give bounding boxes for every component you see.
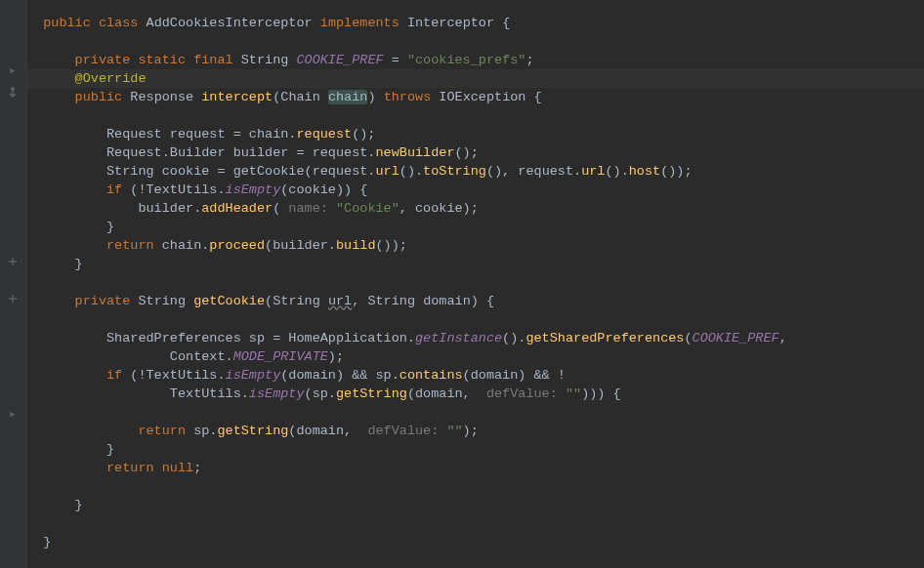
svg-point-0 [11, 87, 15, 91]
code-line[interactable] [27, 514, 924, 533]
code-text: , cookie); [399, 201, 479, 216]
code-line[interactable]: public class AddCookiesInterceptor imple… [27, 14, 924, 32]
brace: } [75, 498, 83, 512]
code-line[interactable] [27, 477, 924, 496]
code-line[interactable]: } [27, 255, 924, 273]
method-call: getSharedPreferences [525, 331, 684, 345]
gutter-marker-icon[interactable]: ▶ [6, 64, 20, 78]
keyword: throws [384, 90, 432, 104]
param-hint: name: [280, 201, 336, 216]
code-line[interactable]: builder.addHeader( name: "Cookie", cooki… [27, 199, 924, 218]
code-text: (!TextUtils. [122, 368, 225, 383]
class-name: AddCookiesInterceptor [147, 16, 313, 30]
code-line[interactable]: } [27, 218, 924, 236]
code-line[interactable]: private String getCookie(String url, Str… [27, 292, 924, 310]
type-ref: Interceptor [407, 16, 494, 30]
variable: builder [233, 145, 289, 160]
code-line[interactable]: return chain.proceed(builder.build()); [27, 236, 924, 255]
type-ref: String [273, 294, 320, 308]
code-text: (); [352, 127, 375, 142]
code-line[interactable]: if (!TextUtils.isEmpty(cookie)) { [27, 181, 924, 199]
op: = [384, 53, 407, 67]
method-call: contains [399, 368, 463, 383]
annotation: @Override [75, 71, 147, 86]
code-text: (!TextUtils. [122, 183, 225, 197]
paren: ) [367, 90, 375, 104]
keyword: if [106, 183, 122, 197]
gutter-fold-icon[interactable] [6, 292, 20, 305]
string-literal: "" [446, 424, 462, 438]
code-text: ); [463, 424, 479, 438]
string-literal: "" [566, 386, 581, 401]
keyword: return null [106, 461, 193, 475]
gutter-fold-icon[interactable] [6, 255, 20, 268]
code-line[interactable]: TextUtils.isEmpty(sp.getString(domain, d… [27, 385, 924, 403]
code-line[interactable] [27, 106, 924, 125]
gutter-marker-icon[interactable]: ▶ [6, 408, 20, 422]
code-text: , [779, 331, 787, 345]
code-line[interactable]: Request.Builder builder = request.newBui… [27, 143, 924, 162]
brace: } [75, 257, 83, 271]
code-line[interactable]: Request request = chain.request(); [27, 125, 924, 143]
code-line[interactable]: } [27, 496, 924, 514]
code-line[interactable] [27, 403, 924, 422]
field-ref: MODE_PRIVATE [233, 349, 328, 364]
code-text: String [106, 164, 162, 179]
code-editor[interactable]: public class AddCookiesInterceptor imple… [27, 0, 924, 551]
code-text: SharedPreferences [106, 331, 249, 345]
brace: { [525, 90, 541, 104]
code-line[interactable]: String cookie = getCookie(request.url().… [27, 162, 924, 181]
editor-gutter: ▶ ▶ [0, 0, 27, 568]
param-hint: defValue: [359, 424, 446, 438]
code-text: (); [455, 145, 479, 160]
code-text: (builder. [265, 238, 336, 253]
code-line[interactable]: } [27, 440, 924, 459]
semi: ; [193, 461, 201, 475]
keyword: return [106, 238, 154, 253]
code-line[interactable]: return sp.getString(domain, defValue: ""… [27, 422, 924, 440]
method-call: host [629, 164, 660, 179]
keyword: class [99, 16, 139, 30]
code-line[interactable]: } [27, 533, 924, 551]
code-text: = getCookie(request. [209, 164, 375, 179]
code-line[interactable]: private static final String COOKIE_PREF … [27, 51, 924, 69]
gutter-impl-icon[interactable] [6, 85, 20, 99]
code-text: = request. [288, 145, 375, 160]
code-line[interactable]: return null; [27, 459, 924, 477]
code-line[interactable] [27, 273, 924, 292]
string-literal: "cookies_prefs" [407, 53, 526, 67]
comma: , [352, 294, 367, 308]
method-name: intercept [201, 90, 273, 104]
method-name: getCookie [193, 294, 265, 308]
code-text: chain. [154, 238, 210, 253]
field-ref: COOKIE_PREF [693, 331, 779, 345]
method-call: proceed [209, 238, 265, 253]
brace: } [43, 535, 51, 549]
variable: sp [249, 331, 265, 345]
brace: { [494, 16, 510, 30]
code-line[interactable]: @Override [27, 69, 924, 88]
keyword: implements [320, 16, 399, 30]
code-text: ); [328, 349, 344, 364]
code-text: Context. [170, 349, 233, 364]
code-line[interactable] [27, 32, 924, 51]
method-call: getString [336, 386, 407, 401]
code-text: (domain) && sp. [280, 368, 399, 383]
code-text: (domain, [407, 386, 479, 401]
code-line[interactable]: if (!TextUtils.isEmpty(domain) && sp.con… [27, 366, 924, 385]
code-text: TextUtils. [170, 386, 249, 401]
method-call: toString [423, 164, 486, 179]
param-hint: defValue: [479, 386, 566, 401]
code-line[interactable] [27, 310, 924, 329]
code-line[interactable]: public Response intercept(Chain chain) t… [27, 88, 924, 106]
type-ref: String [138, 294, 186, 308]
string-literal: "Cookie" [336, 201, 399, 216]
type-ref: String [241, 53, 289, 67]
code-line[interactable]: SharedPreferences sp = HomeApplication.g… [27, 329, 924, 347]
code-text: (), request. [486, 164, 581, 179]
method-call: addHeader [201, 201, 273, 216]
code-line[interactable]: Context.MODE_PRIVATE); [27, 347, 924, 366]
paren: ( [265, 294, 273, 308]
static-method: getInstance [415, 331, 502, 345]
type-ref: Response [130, 90, 193, 104]
